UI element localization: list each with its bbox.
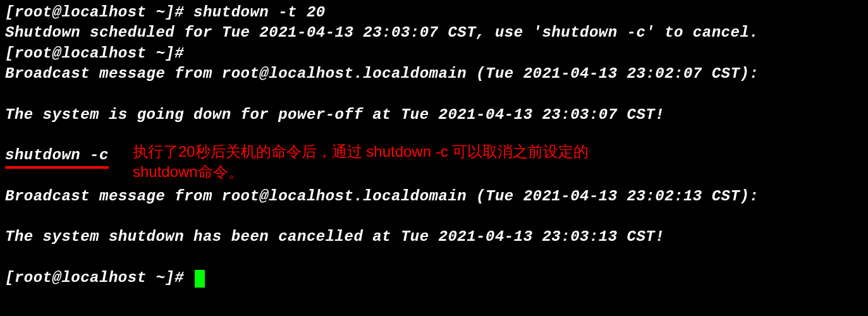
annotation-row: shutdown -c 执行了20秒后关机的命令后，通过 shutdown -c… (5, 145, 863, 186)
prompt: [root@localhost ~]# (5, 4, 193, 21)
annotation-line1: 执行了20秒后关机的命令后，通过 shutdown -c 可以取消之前设定的 (133, 143, 589, 160)
terminal-output-going-down: The system is going down for power-off a… (5, 105, 863, 125)
terminal-line-final[interactable]: [root@localhost ~]# (5, 268, 863, 288)
terminal-output-cancelled: The system shutdown has been cancelled a… (5, 227, 863, 247)
blank-line (5, 207, 863, 227)
command-shutdown-schedule: shutdown -t 20 (193, 4, 326, 21)
annotation-text: 执行了20秒后关机的命令后，通过 shutdown -c 可以取消之前设定的 s… (133, 142, 589, 183)
blank-line (5, 248, 863, 268)
cursor-icon (195, 270, 205, 288)
terminal-output-scheduled: Shutdown scheduled for Tue 2021-04-13 23… (5, 23, 863, 43)
annotation-line2: shutdown命令。 (133, 163, 243, 180)
terminal-line-prompt-empty: [root@localhost ~]# (5, 44, 863, 64)
blank-line (5, 85, 863, 105)
terminal-output-broadcast1: Broadcast message from root@localhost.lo… (5, 64, 863, 84)
terminal-line-1: [root@localhost ~]# shutdown -t 20 (5, 3, 863, 23)
terminal-output-broadcast2: Broadcast message from root@localhost.lo… (5, 186, 863, 207)
prompt: [root@localhost ~]# (5, 269, 193, 286)
command-shutdown-cancel: shutdown -c (5, 145, 109, 169)
